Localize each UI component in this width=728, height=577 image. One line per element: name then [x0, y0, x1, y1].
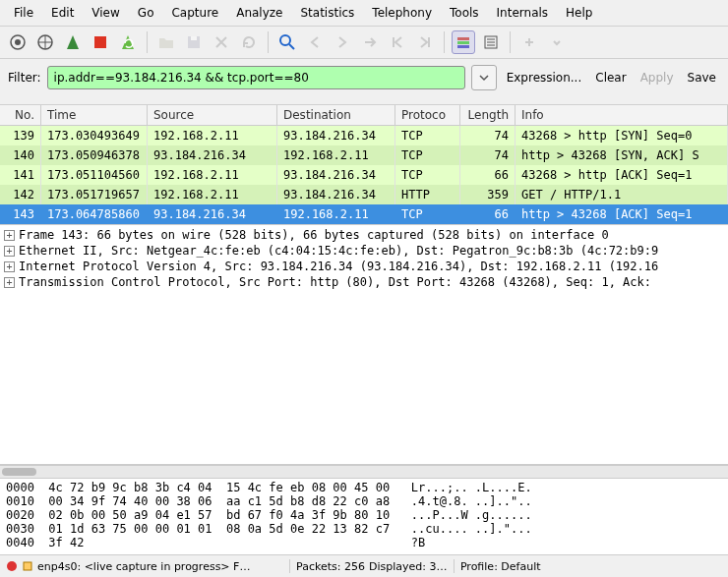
status-profile: Profile: Default	[460, 560, 541, 573]
auto-scroll-icon[interactable]	[479, 30, 503, 54]
status-interface: enp4s0: <live capture in progress> F…	[37, 560, 283, 573]
packet-bytes-pane[interactable]: 0000 4c 72 b9 9c b8 3b c4 04 15 4c fe eb…	[0, 479, 728, 555]
save-file-icon[interactable]	[182, 30, 206, 54]
close-file-icon[interactable]	[210, 30, 233, 54]
reload-icon[interactable]	[237, 30, 261, 54]
svg-rect-8	[457, 41, 469, 44]
menu-capture[interactable]: Capture	[163, 4, 226, 22]
col-header-length[interactable]: Length	[460, 105, 516, 125]
tree-expand-icon[interactable]: +	[4, 230, 15, 241]
table-row[interactable]: 141173.051104560192.168.2.1193.184.216.3…	[0, 165, 728, 185]
menu-analyze[interactable]: Analyze	[228, 4, 290, 22]
menu-tools[interactable]: Tools	[442, 4, 487, 22]
status-displayed: Displayed: 3…	[369, 560, 448, 573]
col-header-destination[interactable]: Destination	[277, 105, 395, 125]
interfaces-icon[interactable]	[6, 30, 30, 54]
zoom-in-icon[interactable]	[517, 30, 541, 54]
filter-bar: Filter: Expression... Clear Apply Save	[0, 59, 728, 105]
svg-rect-5	[191, 36, 197, 40]
svg-rect-3	[94, 36, 106, 48]
tree-row[interactable]: +Transmission Control Protocol, Src Port…	[4, 274, 724, 290]
menu-view[interactable]: View	[84, 4, 127, 22]
table-row[interactable]: 140173.05094637893.184.216.34192.168.2.1…	[0, 145, 728, 165]
svg-rect-9	[457, 45, 469, 48]
filter-save-button[interactable]: Save	[684, 69, 720, 87]
svg-rect-7	[457, 37, 469, 40]
tree-row[interactable]: +Ethernet II, Src: Netgear_4c:fe:eb (c4:…	[4, 243, 724, 259]
col-header-time[interactable]: Time	[41, 105, 148, 125]
table-row[interactable]: 139173.030493649192.168.2.1193.184.216.3…	[0, 126, 728, 145]
stop-capture-icon[interactable]	[89, 30, 112, 54]
svg-point-13	[7, 561, 17, 571]
menu-bar: File Edit View Go Capture Analyze Statis…	[0, 0, 728, 27]
status-packets: Packets: 256	[296, 560, 365, 573]
hex-row[interactable]: 0020 02 0b 00 50 a9 04 e1 57 bd 67 f0 4a…	[6, 508, 722, 522]
filter-label: Filter:	[8, 71, 41, 85]
table-row[interactable]: 142173.051719657192.168.2.1193.184.216.3…	[0, 185, 728, 204]
packet-list-header: No. Time Source Destination Protoco Leng…	[0, 105, 728, 126]
more-icon[interactable]	[545, 30, 569, 54]
table-row[interactable]: 143173.06478586093.184.216.34192.168.2.1…	[0, 204, 728, 224]
menu-help[interactable]: Help	[558, 4, 600, 22]
start-capture-icon[interactable]	[61, 30, 85, 54]
packet-details-pane[interactable]: +Frame 143: 66 bytes on wire (528 bits),…	[0, 225, 728, 465]
menu-file[interactable]: File	[6, 4, 41, 22]
restart-capture-icon[interactable]	[116, 30, 140, 54]
menu-go[interactable]: Go	[130, 4, 162, 22]
colorize-icon[interactable]	[452, 30, 475, 54]
go-forward-icon[interactable]	[331, 30, 354, 54]
hex-row[interactable]: 0010 00 34 9f 74 40 00 38 06 aa c1 5d b8…	[6, 494, 722, 508]
col-header-info[interactable]: Info	[516, 105, 728, 125]
tree-expand-icon[interactable]: +	[4, 246, 15, 257]
hex-row[interactable]: 0040 3f 42 ?B	[6, 536, 722, 549]
col-header-source[interactable]: Source	[148, 105, 277, 125]
packet-list-pane: No. Time Source Destination Protoco Leng…	[0, 105, 728, 225]
col-header-no[interactable]: No.	[0, 105, 41, 125]
hex-row[interactable]: 0000 4c 72 b9 9c b8 3b c4 04 15 4c fe eb…	[6, 481, 722, 494]
edit-capture-icon[interactable]	[22, 560, 33, 572]
menu-telephony[interactable]: Telephony	[364, 4, 440, 22]
filter-clear-button[interactable]: Clear	[591, 69, 630, 87]
open-file-icon[interactable]	[154, 30, 178, 54]
filter-expression-button[interactable]: Expression...	[503, 69, 586, 87]
expert-info-icon[interactable]	[6, 560, 18, 572]
tree-row[interactable]: +Internet Protocol Version 4, Src: 93.18…	[4, 259, 724, 274]
details-horizontal-scrollbar[interactable]	[0, 465, 728, 479]
hex-row[interactable]: 0030 01 1d 63 75 00 00 01 01 08 0a 5d 0e…	[6, 522, 722, 536]
toolbar	[0, 27, 728, 59]
menu-statistics[interactable]: Statistics	[292, 4, 362, 22]
tree-expand-icon[interactable]: +	[4, 261, 15, 272]
options-icon[interactable]	[33, 30, 57, 54]
status-bar: enp4s0: <live capture in progress> F… Pa…	[0, 555, 728, 577]
col-header-protocol[interactable]: Protoco	[395, 105, 460, 125]
filter-apply-button[interactable]: Apply	[637, 69, 678, 87]
svg-rect-12	[528, 38, 530, 46]
go-back-icon[interactable]	[303, 30, 327, 54]
go-first-icon[interactable]	[386, 30, 409, 54]
menu-edit[interactable]: Edit	[43, 4, 82, 22]
find-icon[interactable]	[275, 30, 299, 54]
svg-point-1	[15, 39, 21, 45]
tree-expand-icon[interactable]: +	[4, 277, 15, 288]
filter-input[interactable]	[47, 66, 465, 89]
go-to-icon[interactable]	[358, 30, 382, 54]
svg-rect-14	[24, 562, 31, 570]
tree-row[interactable]: +Frame 143: 66 bytes on wire (528 bits),…	[4, 227, 724, 243]
go-last-icon[interactable]	[413, 30, 437, 54]
svg-point-6	[280, 35, 290, 45]
filter-dropdown[interactable]	[471, 65, 497, 90]
menu-internals[interactable]: Internals	[489, 4, 557, 22]
